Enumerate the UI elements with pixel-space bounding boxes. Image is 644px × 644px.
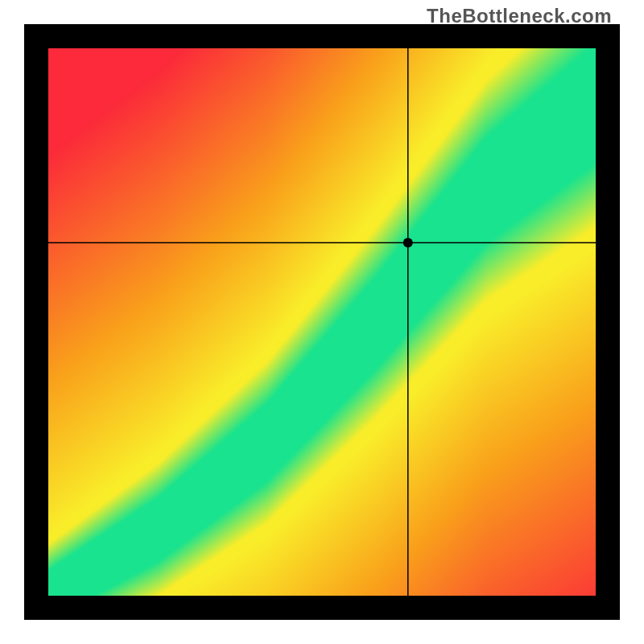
- chart-stage: TheBottleneck.com: [0, 0, 644, 644]
- bottleneck-heatmap-canvas: [24, 24, 620, 620]
